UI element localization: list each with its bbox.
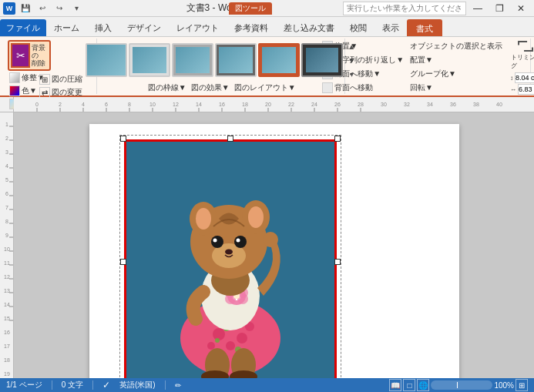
read-view-btn[interactable]: 📖 xyxy=(389,379,401,391)
size-inputs: ↕ ↔ xyxy=(510,72,534,95)
minimize-btn[interactable]: — xyxy=(468,2,488,15)
svg-point-96 xyxy=(248,206,264,228)
tab-design[interactable]: デザイン xyxy=(119,19,169,36)
svg-text:26: 26 xyxy=(334,102,341,107)
search-input[interactable] xyxy=(343,2,466,15)
styles-scroll xyxy=(86,43,343,77)
zoom-slider[interactable] xyxy=(431,380,492,390)
tab-insert[interactable]: 挿入 xyxy=(87,19,119,36)
language: 英語(米国) xyxy=(119,380,156,390)
handle-top-mid[interactable] xyxy=(227,136,233,142)
svg-text:24: 24 xyxy=(311,102,317,107)
style-thumb-6[interactable] xyxy=(301,43,343,77)
group-btn[interactable]: グループ化▼ xyxy=(408,68,504,80)
svg-text:9: 9 xyxy=(5,233,8,238)
crop-icon xyxy=(518,41,533,52)
print-view-btn[interactable]: □ xyxy=(403,379,415,391)
svg-text:6: 6 xyxy=(105,102,108,107)
backward-icon xyxy=(322,82,333,93)
status-div-1 xyxy=(52,380,52,390)
customize-btn[interactable]: ▾ xyxy=(69,2,83,15)
border-btn[interactable]: 図の枠線▼ xyxy=(146,82,188,94)
align-btn[interactable]: 配置▼ xyxy=(408,54,504,66)
restore-btn[interactable]: ❐ xyxy=(489,2,509,15)
zoom-level: 100% xyxy=(494,381,514,390)
title-bar-left: W 💾 ↩ ↪ ▾ xyxy=(3,2,83,15)
web-view-btn[interactable]: 🌐 xyxy=(417,379,429,391)
svg-text:1: 1 xyxy=(5,122,8,127)
tab-references[interactable]: 参考資料 xyxy=(227,19,276,36)
tab-review[interactable]: 校閲 xyxy=(342,19,374,36)
style-thumb-4[interactable] xyxy=(215,43,257,77)
tab-mailings[interactable]: 差し込み文書 xyxy=(276,19,342,36)
color-icon xyxy=(9,85,20,96)
spell-check-icon[interactable]: ✓ xyxy=(102,380,110,390)
zoom-fit-btn[interactable]: ⊞ xyxy=(516,379,528,391)
title-bar: W 💾 ↩ ↪ ▾ 文書3 - Word 図ツール — ❐ ✕ xyxy=(0,0,534,17)
edit-mode-icon[interactable]: ✏ xyxy=(175,381,181,390)
svg-text:34: 34 xyxy=(427,102,433,107)
toy-image xyxy=(126,142,334,378)
undo-btn[interactable]: ↩ xyxy=(35,2,49,15)
svg-text:32: 32 xyxy=(404,102,410,107)
remove-bg-label: 背景の削除 xyxy=(32,44,48,68)
ribbon-tabs: ファイル ホーム 挿入 デザイン レイアウト 参考資料 差し込み文書 校閲 表示… xyxy=(0,17,534,37)
handle-top-left[interactable] xyxy=(120,136,126,142)
tab-layout[interactable]: レイアウト xyxy=(169,19,227,36)
svg-text:10: 10 xyxy=(4,246,10,252)
window-controls: — ❐ ✕ xyxy=(343,2,531,15)
backward-btn[interactable]: 背面へ移動 xyxy=(321,82,405,94)
handle-mid-left[interactable] xyxy=(120,259,126,265)
svg-text:2: 2 xyxy=(5,136,8,141)
word-icon: W xyxy=(3,2,15,15)
handle-top-right[interactable] xyxy=(334,136,341,142)
height-input[interactable] xyxy=(515,72,534,83)
rotate-btn[interactable]: 回転▼ xyxy=(408,82,504,94)
image-wrapper[interactable] xyxy=(124,139,337,378)
svg-text:16: 16 xyxy=(219,102,225,107)
arrange-col2: オブジェクトの選択と表示 配置▼ グループ化▼ 回転▼ xyxy=(408,40,504,94)
style-thumb-5[interactable] xyxy=(258,43,300,77)
view-controls: 📖 □ 🌐 100% ⊞ xyxy=(389,379,528,391)
ruler-svg: // Draw ruler ticks inline would need JS… xyxy=(14,97,534,112)
redo-btn[interactable]: ↪ xyxy=(52,2,66,15)
effects-btn[interactable]: 図の効果▼ xyxy=(190,82,231,94)
doc-area[interactable] xyxy=(14,112,534,378)
v-ruler-svg: 1 2 3 4 5 6 7 8 9 10 11 12 13 14 15 16 1 xyxy=(0,112,14,378)
svg-text:36: 36 xyxy=(450,102,456,107)
svg-text:8: 8 xyxy=(128,102,131,107)
style-thumb-2[interactable] xyxy=(129,43,170,77)
crop-btn[interactable]: トリミング xyxy=(510,40,534,71)
remove-bg-btn[interactable]: ✂ 背景の削除 xyxy=(8,40,51,71)
tab-view[interactable]: 表示 xyxy=(374,19,407,36)
styles-row: ▲ ▼ ▾ xyxy=(86,40,358,80)
layout-btn[interactable]: 図のレイアウト▼ xyxy=(233,82,297,94)
change-icon: ⇄ xyxy=(39,87,50,98)
styles-group: ▲ ▼ ▾ 図の枠線▼ 図の効果▼ 図のレイアウト▼ 図のスタイル xyxy=(99,39,345,94)
save-quick-btn[interactable]: 💾 xyxy=(18,2,32,15)
svg-text:2: 2 xyxy=(59,102,62,107)
tab-format[interactable]: 書式 xyxy=(407,19,442,36)
style-thumb-3[interactable] xyxy=(172,43,213,77)
image-container[interactable] xyxy=(124,139,337,378)
close-btn[interactable]: ✕ xyxy=(511,2,531,15)
svg-text:3: 3 xyxy=(5,149,8,155)
status-bar: 1/1 ページ 0 文字 ✓ 英語(米国) ✏ 📖 □ 🌐 100% ⊞ xyxy=(0,378,534,392)
svg-text:13: 13 xyxy=(4,288,10,293)
selection-btn[interactable]: オブジェクトの選択と表示 xyxy=(408,40,504,52)
crop-size-group: トリミング ↕ ↔ xyxy=(510,40,534,95)
word-count: 0 文字 xyxy=(62,380,83,390)
svg-text:38: 38 xyxy=(473,102,479,107)
svg-text:16: 16 xyxy=(4,330,10,335)
handle-mid-right[interactable] xyxy=(334,259,341,265)
style-thumb-1[interactable] xyxy=(86,43,127,77)
svg-text:17: 17 xyxy=(4,343,10,349)
tab-home[interactable]: ホーム xyxy=(46,19,87,36)
status-div-3 xyxy=(165,380,166,390)
svg-point-94 xyxy=(196,208,211,230)
height-row: ↕ xyxy=(510,72,534,83)
tab-file[interactable]: ファイル xyxy=(0,19,46,36)
width-input[interactable] xyxy=(518,84,534,95)
svg-text:11: 11 xyxy=(4,260,10,266)
svg-point-77 xyxy=(226,341,235,350)
